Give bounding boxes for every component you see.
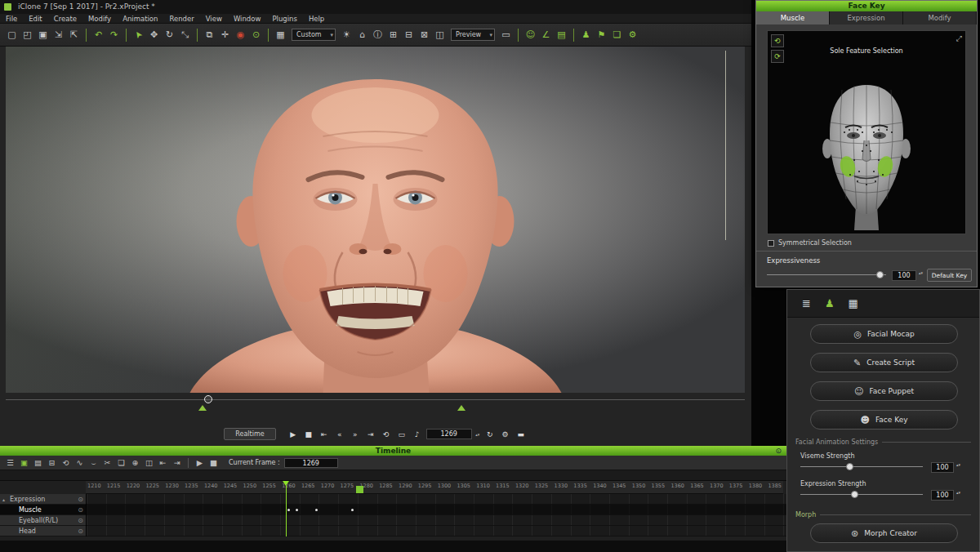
slider-track[interactable] <box>800 466 923 467</box>
info-icon[interactable]: ⓘ <box>370 29 385 41</box>
ruler-tick[interactable]: 1295 <box>418 483 432 493</box>
viewport-3d[interactable] <box>6 47 745 393</box>
export-icon[interactable]: ⇱ <box>66 29 82 40</box>
home-view-icon[interactable]: ⌂ <box>354 29 370 40</box>
ruler-tick[interactable]: 1325 <box>535 483 549 493</box>
scale-tool-icon[interactable]: ⤡ <box>177 29 193 40</box>
set-in-icon[interactable]: ⇤ <box>156 458 170 467</box>
current-frame-field[interactable]: 1269 <box>284 458 338 468</box>
rotate-tool-icon[interactable]: ↻ <box>162 29 177 40</box>
pin-icon[interactable]: ✛ <box>217 29 233 40</box>
ruler-tick[interactable]: 1265 <box>301 483 315 493</box>
create-script-button[interactable]: ✎ Create Script <box>810 353 958 372</box>
menu-item[interactable]: Edit <box>23 14 47 24</box>
custom-dropdown[interactable]: Custom <box>292 29 336 41</box>
content-manager-icon[interactable]: ⊞ <box>385 29 401 40</box>
ruler-tick[interactable]: 1375 <box>729 483 743 493</box>
ruler-tick[interactable]: 1335 <box>573 483 587 493</box>
menu-item[interactable]: Help <box>303 14 330 24</box>
viseme-slider-handle[interactable] <box>846 463 853 470</box>
ruler-tick[interactable]: 1310 <box>476 483 490 493</box>
timeline-ruler[interactable]: 1210121512201225123012351240124512501255… <box>86 481 783 494</box>
previous-key-button[interactable]: « <box>333 430 346 438</box>
track-expand-arrow[interactable]: ▴ <box>2 496 10 502</box>
ruler-tick[interactable]: 1245 <box>224 483 238 493</box>
refresh-button[interactable]: ↻ <box>483 430 497 438</box>
render-icon[interactable]: ▭ <box>498 29 514 40</box>
ruler-tick[interactable]: 1300 <box>438 483 452 493</box>
face-key-titlebar[interactable]: Face Key <box>756 1 977 11</box>
light-icon[interactable]: ☀ <box>339 29 354 40</box>
add-object-track-icon[interactable]: ▣ <box>17 458 31 467</box>
timeline-stop-button[interactable]: ■ <box>207 458 220 467</box>
ruler-tick[interactable]: 1240 <box>204 483 218 493</box>
expressiveness-slider-handle[interactable] <box>876 271 884 278</box>
go-to-end-button[interactable]: ⇥ <box>364 430 377 438</box>
tools-icon[interactable]: ⚙ <box>625 29 640 40</box>
track-row-expression[interactable]: ▴ Expression ⊙ <box>0 494 86 505</box>
default-key-button[interactable]: Default Key <box>927 269 972 282</box>
ruler-tick[interactable]: 1220 <box>127 483 140 493</box>
face-key-button[interactable]: ☻ Face Key <box>810 410 958 430</box>
expressiveness-slider[interactable] <box>767 270 886 280</box>
expressiveness-value-field[interactable]: 100 <box>892 270 916 281</box>
lane-eyeball[interactable] <box>87 515 786 526</box>
ruler-tick[interactable]: 1275 <box>341 483 354 493</box>
new-project-icon[interactable]: ▢ <box>4 29 20 40</box>
ruler-tick[interactable]: 1355 <box>652 483 666 493</box>
ruler-tick[interactable]: 1350 <box>632 483 646 493</box>
select-tool-icon[interactable]: ➤ <box>130 25 148 44</box>
ruler-tick[interactable]: 1315 <box>496 483 510 493</box>
save-project-icon[interactable]: ▣ <box>35 29 51 40</box>
range-icon[interactable]: ◫ <box>142 458 156 467</box>
track-row-eyeball[interactable]: Eyeball(R/L) ⊙ <box>0 515 86 526</box>
ruler-tick[interactable]: 1290 <box>399 483 412 493</box>
track-toggle-icon[interactable]: ⊙ <box>78 496 83 503</box>
ruler-tick[interactable]: 1270 <box>321 483 335 493</box>
set-out-icon[interactable]: ⇥ <box>170 458 184 467</box>
collect-clip-icon[interactable]: ▤ <box>31 458 45 467</box>
range-start-marker[interactable] <box>198 405 207 411</box>
ruler-tick[interactable]: 1255 <box>262 483 276 493</box>
paste-icon[interactable]: ❏ <box>114 458 128 467</box>
tab-expression[interactable]: Expression <box>830 11 903 24</box>
cut-icon[interactable]: ✂ <box>100 458 114 467</box>
track-list-icon[interactable]: ☰ <box>3 458 17 467</box>
track-row-muscle[interactable]: Muscle ⊙ <box>0 505 86 515</box>
menu-item[interactable]: Create <box>48 14 82 24</box>
visibility-eye-icon[interactable]: ⊙ <box>248 29 264 40</box>
facial-mocap-button[interactable]: ◎ Facial Mocap <box>810 324 958 344</box>
calibration-icon[interactable]: ∠ <box>538 29 554 40</box>
break-clip-icon[interactable]: ⊟ <box>45 458 59 467</box>
speed-curve-icon[interactable]: ∿ <box>73 458 87 467</box>
scrub-track[interactable] <box>6 399 745 400</box>
camera-view-icon[interactable]: ◫ <box>432 29 448 40</box>
menu-item[interactable]: Plugins <box>266 14 302 24</box>
menu-item[interactable]: File <box>0 14 23 24</box>
range-preview-button[interactable]: ▭ <box>395 430 408 438</box>
audio-button[interactable]: ♪ <box>411 430 424 438</box>
record-dot-icon[interactable]: ◉ <box>233 29 248 40</box>
loop-button[interactable]: ⟲ <box>380 430 393 438</box>
ruler-tick[interactable]: 1345 <box>612 483 626 493</box>
symmetrical-checkbox[interactable] <box>768 240 774 247</box>
lane-muscle[interactable] <box>87 505 786 515</box>
stop-button[interactable]: ■ <box>302 430 315 438</box>
next-key-button[interactable]: » <box>349 430 362 438</box>
rotate-left-icon[interactable]: ⟲ <box>771 34 784 47</box>
ruler-tick[interactable]: 1235 <box>185 483 198 493</box>
ruler-tick[interactable]: 1230 <box>165 483 179 493</box>
add-actor-icon[interactable]: ♟ <box>578 29 594 40</box>
expression-strength-slider[interactable] <box>800 490 923 500</box>
track-toggle-icon[interactable]: ⊙ <box>78 517 83 524</box>
face-puppet-button[interactable]: ☺ Face Puppet <box>810 381 958 401</box>
ruler-tick[interactable]: 1365 <box>690 483 704 493</box>
expression-value-field[interactable]: 100 <box>931 490 954 501</box>
viseme-value-field[interactable]: 100 <box>931 462 954 473</box>
ruler-tick[interactable]: 1320 <box>515 483 529 493</box>
timeline-scroll-strip[interactable] <box>0 470 786 481</box>
track-toggle-icon[interactable]: ⊙ <box>78 528 83 535</box>
timeline-play-button[interactable]: ▶ <box>193 458 207 467</box>
viseme-strength-slider[interactable] <box>800 462 923 472</box>
timeline-playhead-flag[interactable] <box>283 481 289 486</box>
